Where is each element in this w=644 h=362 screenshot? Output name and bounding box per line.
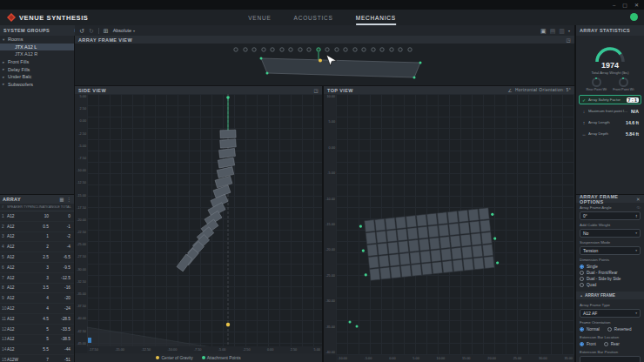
listener-marker[interactable] [88, 338, 91, 343]
chevron-down-icon[interactable]: ▾ [568, 29, 570, 33]
speaker-type: A12 [7, 327, 31, 332]
array-frame-section-header[interactable]: ▴ ARRAY FRAME [576, 292, 644, 299]
active-pick-point[interactable] [317, 48, 320, 51]
dimension-point-option[interactable]: Dual - Side by Side [580, 276, 641, 282]
tree-item[interactable]: ▾ Rooms [0, 36, 74, 44]
dimension-point-option[interactable]: Dual - Front/Rear [580, 270, 641, 276]
tick-label: -20.00 [77, 218, 86, 222]
tick-label: -7.50 [78, 157, 86, 160]
frame-angle-input[interactable]: 0° ▴▾ [580, 211, 641, 220]
table-row[interactable]: 14 A12 5.5 -44 [0, 345, 74, 355]
frame-angle-label: Array Frame Angle ⓘ [580, 205, 641, 210]
tree-item[interactable]: ▸ Front Fills [0, 58, 74, 66]
info-icon[interactable]: ⓘ [637, 205, 641, 210]
table-row[interactable]: 9 A12 4 -20 [0, 293, 74, 304]
window-maximize-button[interactable]: ▢ [622, 3, 627, 8]
window-close-button[interactable]: ✕ [634, 3, 639, 8]
point-weight-gauge: Front Point Wt [613, 77, 634, 91]
tree-item[interactable]: ▸ Under Balc [0, 73, 74, 81]
table-row[interactable]: 11 A12 4.5 -28.5 [0, 314, 74, 325]
tree-item-label: JTX A12 L [15, 44, 37, 50]
table-row[interactable]: 12 A12 5 -33.5 [0, 325, 74, 335]
expand-icon[interactable]: ◳ [313, 88, 319, 93]
table-row[interactable]: 15 A12W 7 -51 [0, 355, 74, 362]
angle-total-value: -51 [49, 358, 72, 362]
undo-icon[interactable]: ↺ [79, 28, 84, 34]
redo-icon[interactable]: ↻ [89, 28, 94, 34]
menu-dots-icon[interactable]: ⋮ [67, 197, 72, 202]
grid-icon[interactable]: ▦ [59, 197, 64, 202]
dimension-point-option[interactable]: Quad [580, 282, 641, 288]
stepper-icons[interactable]: ▴▾ [635, 214, 637, 218]
array-frame-canvas[interactable] [75, 44, 574, 85]
table-row[interactable]: 13 A12 5 -38.5 [0, 335, 74, 345]
frame-type-select[interactable]: A12 AF ▾ [580, 309, 641, 318]
view-single-icon[interactable]: ▣ [540, 28, 547, 34]
frame-orientation-option[interactable]: Normal [580, 326, 600, 332]
nav-tab[interactable]: MECHANICS [356, 10, 396, 25]
statistics-rows: ✓ Array Safety Factor 7 : 1 ↓ Maximum fr… [576, 91, 644, 142]
view-layout-toggles: ▣ ▤ ▥ ▾ [540, 28, 570, 34]
extension-bar-location-option[interactable]: Front [580, 341, 596, 347]
table-row[interactable]: 8 A12 3.5 -16 [0, 284, 74, 294]
window-minimize-button[interactable]: – [613, 3, 615, 8]
header-action-button[interactable] [630, 13, 638, 21]
extension-bar-position-label: Extension Bar Position [580, 350, 641, 354]
nav-tab[interactable]: VENUE [248, 10, 271, 25]
attachment-point-dot[interactable] [226, 96, 230, 99]
tick-label: 10.00 [326, 95, 335, 98]
tree-item-label: Under Balc [8, 74, 31, 79]
extension-bar-position-input[interactable] [580, 356, 641, 362]
table-row[interactable]: 10 A12 4 -24 [0, 304, 74, 314]
dimension-point-option[interactable]: Single [580, 264, 641, 270]
dimension-points-label: Dimension Points [580, 258, 641, 262]
close-icon[interactable]: ✕ [636, 197, 641, 202]
nav-tab[interactable]: ACOUSTICS [294, 10, 333, 25]
top-view-panel: TOP VIEW ∠ Horizontal Orientation: 5° 10… [324, 86, 574, 362]
tree-item[interactable]: JTX A12 R [0, 50, 74, 58]
radio-label: Rear [611, 342, 620, 346]
table-row[interactable]: 3 A12 1 -2 [0, 232, 74, 243]
speaker-type: A12W [7, 358, 31, 362]
app-title: VENUE SYNTHESIS [19, 14, 88, 22]
array-frame-shape[interactable] [261, 58, 420, 77]
tree-item[interactable]: ▸ Subwoofers [0, 81, 74, 89]
array-frame-options-header: ARRAY FRAME OPTIONS ✕ [576, 195, 644, 203]
table-row[interactable]: 5 A12 2.5 -6.5 [0, 252, 74, 263]
dimension-points-group: Single Dual - Front/Rear Dual - Side by … [580, 264, 641, 288]
tick-label: -42.50 [77, 330, 86, 333]
tick-label: -12.50 [77, 181, 86, 184]
extension-bar-location-option[interactable]: Rear [604, 341, 620, 347]
coordinate-mode-dropdown[interactable]: Absolute ▾ [113, 28, 135, 33]
chevron-down-icon: ▾ [635, 249, 637, 252]
view-rows-icon[interactable]: ▤ [550, 28, 556, 34]
top-view-canvas[interactable] [336, 94, 574, 355]
tree-item-label: Subwoofers [8, 82, 33, 87]
side-view-canvas[interactable] [87, 94, 322, 346]
snap-mode-icon[interactable]: ⊞ [104, 28, 109, 34]
stat-row: ↕ Array Length 14.6 ft [579, 117, 641, 127]
suspension-mode-select[interactable]: Tension ▾ [580, 246, 641, 255]
table-row[interactable]: 7 A12 3 -12.5 [0, 273, 74, 284]
table-row[interactable]: 1 A12 10 0 [0, 211, 74, 222]
tick-label: -40.00 [325, 351, 335, 354]
view-cols-icon[interactable]: ▥ [559, 28, 565, 34]
tree-item[interactable]: JTX A12 L [0, 44, 74, 51]
frame-orientation-option[interactable]: Reversed [607, 326, 632, 332]
table-row[interactable]: 4 A12 2 -4 [0, 242, 74, 252]
cable-weight-select[interactable]: No ▾ [580, 229, 641, 238]
array-boxes[interactable] [177, 130, 236, 272]
tree-item[interactable]: ▸ Delay Fills [0, 65, 74, 73]
tick-label: -12.50 [141, 348, 151, 352]
frame-pick-points[interactable] [234, 48, 412, 51]
expand-icon[interactable]: ◳ [566, 37, 571, 43]
horizontal-orientation-label: Horizontal Orientation: 5° [515, 88, 571, 92]
tick-label: -30.00 [325, 299, 335, 303]
table-row[interactable]: 2 A12 0.5 -1 [0, 222, 74, 232]
frame-angle-value: 0° [583, 213, 587, 218]
attachment-point-dot[interactable] [356, 325, 359, 328]
array-top-footprint[interactable] [359, 207, 500, 281]
column-header: SPEAKER TYPE [7, 205, 31, 209]
attachment-point-dot[interactable] [349, 321, 352, 324]
table-row[interactable]: 6 A12 3 -9.5 [0, 263, 74, 273]
